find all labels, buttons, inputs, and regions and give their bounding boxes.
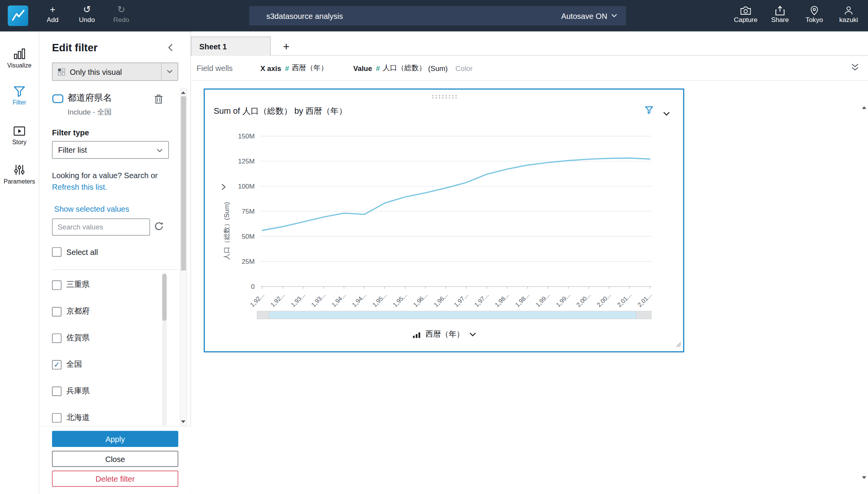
- visual-filter-icon[interactable]: [645, 106, 653, 116]
- undo-icon: ↺: [70, 4, 104, 15]
- collapse-panel-button[interactable]: [168, 44, 173, 54]
- user-menu-button[interactable]: kazuki: [831, 4, 866, 29]
- list-item[interactable]: 京都府: [52, 298, 161, 325]
- list-item[interactable]: 佐賀県: [52, 325, 161, 351]
- hint-text: Looking for a value? Search or: [52, 171, 158, 180]
- capture-button[interactable]: Capture: [729, 4, 763, 29]
- panel-scrollbar[interactable]: [180, 88, 187, 426]
- scroll-down-arrow[interactable]: [181, 420, 185, 423]
- delete-filter-button[interactable]: Delete filter: [52, 471, 178, 487]
- value-list-scrollbar[interactable]: [162, 273, 166, 426]
- scope-value: Only this visual: [70, 67, 122, 76]
- x-tick-label: 1,92...: [269, 292, 286, 308]
- checkbox[interactable]: [52, 386, 61, 396]
- x-tick-label: 2,01...: [616, 292, 633, 308]
- checkbox[interactable]: [52, 307, 61, 316]
- y-tick-label: 0: [251, 283, 255, 290]
- visual-menu-button[interactable]: [663, 108, 670, 118]
- region-button[interactable]: Tokyo: [797, 4, 831, 29]
- line-chart[interactable]: 150M125M100M75M50M25M01,92...1,92...1,93…: [205, 130, 682, 312]
- x-tick-label: 1,98...: [494, 292, 510, 308]
- checkbox[interactable]: [52, 280, 61, 289]
- sidebar-item-filter[interactable]: Filter: [0, 86, 39, 106]
- line-chart-visual[interactable]: Sum of 人口（総数） by 西暦（年） 人口（総数）(Su: [204, 88, 684, 352]
- add-button[interactable]: + Add: [36, 4, 70, 29]
- redo-button[interactable]: ↻ Redo: [104, 4, 139, 29]
- x-axis-field-pill[interactable]: 西暦（年）: [292, 63, 328, 73]
- filter-field-name: 都道府県名: [68, 93, 112, 104]
- x-tick-label: 2,00...: [596, 292, 612, 308]
- sidebar-item-visualize[interactable]: Visualize: [0, 48, 39, 69]
- y-tick-label: 125M: [238, 157, 255, 165]
- resize-grip-icon: [675, 341, 682, 347]
- value-well-label: Value: [353, 64, 372, 72]
- canvas-scroll-down[interactable]: [862, 479, 866, 489]
- drag-handle[interactable]: [431, 94, 457, 99]
- field-wells-label[interactable]: Field wells: [196, 64, 233, 72]
- scroll-up-arrow[interactable]: [181, 91, 185, 94]
- series-line: [262, 158, 650, 230]
- x-axis-zoom-scrollbar[interactable]: [257, 311, 652, 319]
- sidebar-item-story[interactable]: Story: [0, 126, 39, 146]
- color-well-label[interactable]: Color: [455, 64, 473, 72]
- filter-type-dropdown[interactable]: Filter list: [52, 141, 169, 159]
- checkbox-checked[interactable]: [52, 360, 61, 369]
- value-aggregation[interactable]: (Sum): [428, 64, 448, 72]
- checkbox[interactable]: [52, 333, 61, 342]
- zoom-handle-right[interactable]: [636, 312, 651, 319]
- story-play-icon: [13, 126, 25, 137]
- close-button[interactable]: Close: [52, 451, 178, 467]
- canvas-scroll-up[interactable]: [862, 97, 866, 107]
- filter-scope-dropdown[interactable]: Only this visual: [52, 62, 178, 81]
- autosave-toggle[interactable]: Autosave ON: [561, 11, 626, 20]
- value-field-pill[interactable]: 人口（総数）: [383, 63, 426, 73]
- add-sheet-button[interactable]: +: [278, 39, 294, 54]
- value-label: 全国: [66, 359, 82, 369]
- x-tick-label: 1,93...: [310, 292, 327, 308]
- filter-type-label: Filter type: [52, 128, 89, 137]
- refresh-values-button[interactable]: [154, 221, 164, 234]
- delete-filter-icon[interactable]: [154, 94, 163, 106]
- checkbox[interactable]: [52, 413, 61, 422]
- chevron-down-icon: [469, 332, 476, 337]
- select-all-checkbox[interactable]: [52, 247, 61, 256]
- zoom-handle-left[interactable]: [257, 312, 270, 319]
- funnel-icon: [13, 86, 25, 97]
- x-axis-field-control[interactable]: 西暦（年）: [205, 330, 683, 340]
- y-tick-label: 75M: [242, 207, 254, 215]
- analysis-title[interactable]: s3datasource analysis: [249, 11, 561, 20]
- scrollbar-thumb[interactable]: [181, 96, 186, 271]
- refresh-list-link[interactable]: Refresh this list.: [52, 182, 107, 191]
- x-tick-label: 1,97...: [453, 292, 469, 308]
- zoom-range[interactable]: [270, 312, 636, 319]
- double-chevron-down-icon: [851, 64, 860, 71]
- expand-field-wells-button[interactable]: [851, 64, 860, 72]
- x-tick-label: 1,95...: [371, 292, 388, 308]
- show-selected-values-link[interactable]: Show selected values: [54, 205, 129, 214]
- scrollbar-thumb[interactable]: [162, 274, 166, 321]
- list-item[interactable]: 全国: [52, 351, 161, 378]
- panel-title: Edit filter: [52, 42, 98, 54]
- user-label: kazuki: [831, 16, 866, 24]
- list-item[interactable]: 兵庫県: [52, 378, 161, 405]
- topbar-right-group: Capture Share Tokyo: [729, 4, 866, 29]
- undo-button[interactable]: ↺ Undo: [70, 4, 104, 29]
- tab-sheet-1[interactable]: Sheet 1: [191, 37, 271, 56]
- bar-chart-icon: [13, 48, 25, 60]
- filter-summary: Include - 全国: [68, 107, 112, 117]
- sidebar-item-parameters[interactable]: Parameters: [0, 164, 39, 185]
- resize-handle[interactable]: [675, 340, 682, 350]
- quicksight-logo-icon[interactable]: [8, 5, 28, 26]
- x-axis-well-label: X axis: [261, 64, 281, 72]
- left-icon-rail: Visualize Filter Story Parame: [0, 32, 39, 494]
- autosave-label: Autosave ON: [561, 11, 607, 20]
- numeric-field-icon: #: [376, 64, 380, 72]
- search-input[interactable]: [52, 223, 155, 231]
- x-tick-label: 1,93...: [289, 292, 306, 308]
- visualize-label: Visualize: [0, 62, 39, 69]
- value-label: 北海道: [66, 413, 90, 423]
- select-all-row[interactable]: Select all: [52, 247, 98, 256]
- list-item[interactable]: 三重県: [52, 271, 161, 298]
- share-button[interactable]: Share: [763, 4, 797, 29]
- apply-button[interactable]: Apply: [52, 431, 178, 447]
